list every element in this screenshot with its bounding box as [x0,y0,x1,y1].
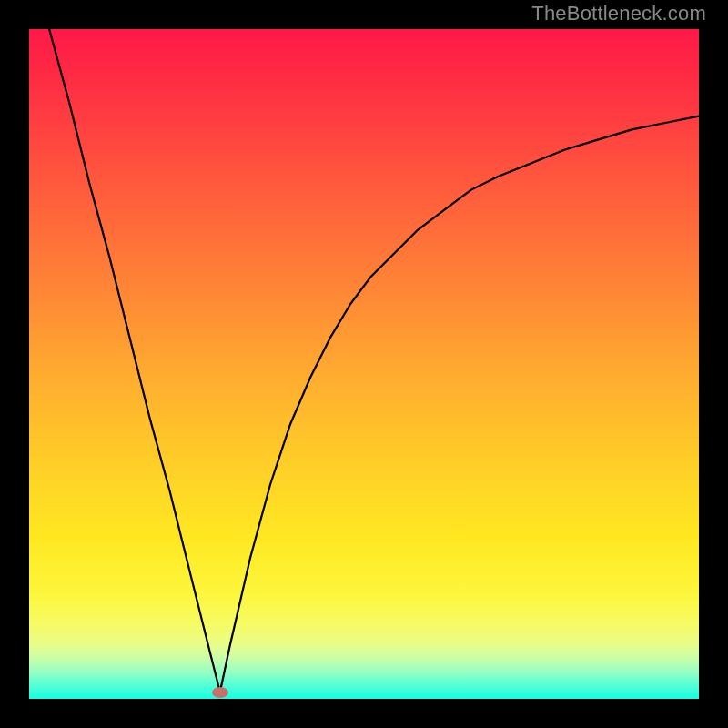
chart-frame: TheBottleneck.com [0,0,728,728]
optimum-marker [212,687,228,698]
plot-area [29,29,699,699]
watermark-text: TheBottleneck.com [531,2,706,25]
bottleneck-curve [29,29,699,699]
